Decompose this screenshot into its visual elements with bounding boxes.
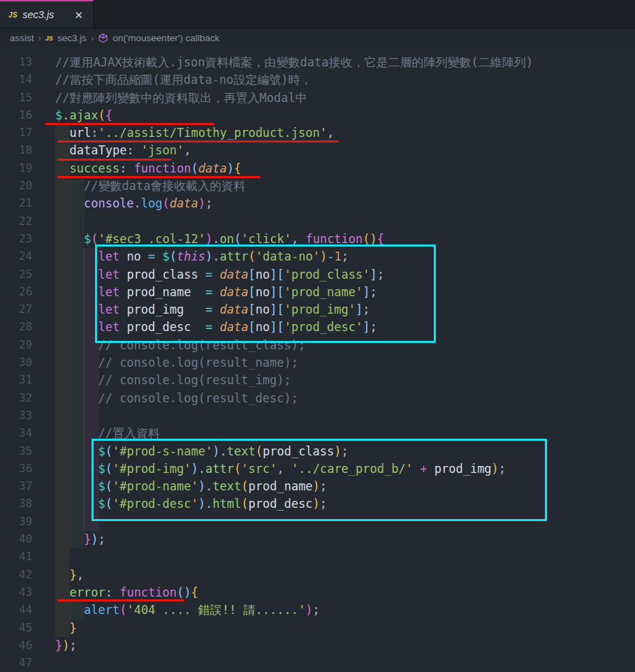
code-line[interactable]: 21 console.log(data);	[0, 195, 635, 212]
code-line[interactable]: 15//對應陣列變數中的資料取出，再置入Modal中	[0, 89, 635, 107]
line-number: 23	[0, 231, 32, 248]
code-line[interactable]: 44 alert('404 .... 錯誤!! 請......');	[0, 601, 635, 619]
chevron-right-icon: ›	[38, 33, 41, 43]
line-number: 30	[0, 354, 32, 372]
code-line[interactable]: 33	[0, 407, 635, 425]
code-line[interactable]: 41	[0, 548, 635, 566]
breadcrumb-folder-assist[interactable]: assist	[10, 33, 34, 43]
code-line[interactable]: 46});	[0, 637, 635, 655]
code-line[interactable]: 31 // console.log(result_img);	[0, 372, 635, 389]
chevron-right-icon: ›	[91, 33, 94, 43]
indent-guide-band	[55, 213, 70, 231]
code-line[interactable]: 16$.ajax({	[0, 107, 635, 124]
code-line[interactable]: 22	[0, 213, 635, 231]
annotation-cyan-box	[92, 439, 547, 521]
js-file-icon: JS	[45, 35, 53, 42]
line-number: 43	[0, 584, 32, 601]
line-number: 47	[0, 655, 32, 672]
code-line[interactable]: 13//運用AJAX技術載入.json資料檔案，由變數data接收，它是二層的陣…	[0, 54, 635, 71]
code-text: });	[55, 531, 105, 548]
indent-guide-band	[84, 407, 99, 425]
line-number: 16	[0, 107, 32, 124]
line-number: 19	[0, 160, 32, 177]
line-number: 46	[0, 637, 32, 655]
tab-label: sec3.js	[22, 9, 66, 20]
code-text: url:'../assist/Timothy_product.json',	[55, 124, 334, 142]
line-number: 22	[0, 213, 32, 231]
code-line[interactable]: 40 });	[0, 531, 635, 548]
line-number: 15	[0, 89, 32, 107]
tab-sec3js[interactable]: JS sec3.js ✕	[0, 0, 94, 28]
close-icon[interactable]: ✕	[71, 8, 86, 22]
indent-guide-band	[55, 513, 70, 531]
code-text: //變數data會接收載入的資料	[55, 177, 245, 195]
line-number: 25	[0, 266, 32, 284]
symbol-cube-icon	[98, 33, 108, 43]
annotation-red-underline	[57, 176, 261, 178]
code-text: // console.log(result_desc);	[55, 390, 298, 407]
code-line[interactable]: 19 success: function(data){	[0, 160, 635, 177]
indent-guide-band	[70, 407, 85, 425]
code-text: alert('404 .... 錯誤!! 請......');	[55, 601, 320, 619]
breadcrumb-symbol-callback[interactable]: on('mouseenter') callback	[112, 33, 219, 43]
line-number: 38	[0, 495, 32, 513]
annotation-cyan-box	[95, 244, 436, 343]
code-text: });	[55, 637, 77, 655]
code-text: }	[55, 620, 77, 637]
line-number: 27	[0, 301, 32, 319]
line-number: 37	[0, 478, 32, 495]
line-number: 21	[0, 195, 32, 212]
line-number: 24	[0, 248, 32, 265]
code-line[interactable]: 45 }	[0, 620, 635, 637]
line-number: 41	[0, 548, 32, 566]
line-number: 29	[0, 337, 32, 354]
code-text: dataType: 'json',	[55, 142, 191, 159]
code-text: //運用AJAX技術載入.json資料檔案，由變數data接收，它是二層的陣列變…	[55, 54, 533, 71]
line-number: 32	[0, 390, 32, 407]
line-number: 42	[0, 567, 32, 584]
line-number: 35	[0, 443, 32, 460]
vscode-editor-window: { "palette": { "editor_bg": "#242830", "…	[0, 0, 635, 672]
code-text: // console.log(result_img);	[55, 372, 291, 389]
indent-guide-band	[55, 548, 70, 566]
line-number: 31	[0, 372, 32, 389]
annotation-red-underline	[57, 599, 184, 601]
line-number: 28	[0, 319, 32, 336]
code-line[interactable]: 30 // console.log(result_name);	[0, 354, 635, 372]
code-line[interactable]: 18 dataType: 'json',	[0, 142, 635, 159]
line-number: 26	[0, 284, 32, 301]
js-file-icon: JS	[8, 11, 17, 19]
line-number: 20	[0, 177, 32, 195]
line-number: 39	[0, 513, 32, 531]
line-number: 18	[0, 142, 32, 159]
line-number: 17	[0, 124, 32, 142]
line-number: 14	[0, 71, 32, 89]
line-number: 44	[0, 601, 32, 619]
indent-guide-band	[55, 407, 70, 425]
code-line[interactable]: 20 //變數data會接收載入的資料	[0, 177, 635, 195]
breadcrumb-file-sec3js[interactable]: sec3.js	[57, 33, 87, 43]
code-text: },	[55, 567, 84, 584]
code-text: console.log(data);	[55, 195, 212, 212]
line-number: 36	[0, 460, 32, 478]
line-number: 33	[0, 407, 32, 425]
line-number: 40	[0, 531, 32, 548]
annotation-red-underline	[57, 159, 171, 161]
indent-guide-band	[70, 213, 85, 231]
code-text: success: function(data){	[55, 160, 241, 177]
code-line[interactable]: 17 url:'../assist/Timothy_product.json',	[0, 124, 635, 142]
code-text: $.ajax({	[55, 107, 112, 124]
code-text: //當按下商品縮圖(運用data-no設定編號)時，	[55, 71, 312, 89]
line-number: 45	[0, 620, 32, 637]
code-line[interactable]: 42 },	[0, 567, 635, 584]
line-number: 13	[0, 54, 32, 71]
code-line[interactable]: 32 // console.log(result_desc);	[0, 390, 635, 407]
tab-bar: JS sec3.js ✕	[0, 0, 635, 29]
breadcrumb: assist › JS sec3.js › on('mouseenter') c…	[0, 29, 635, 48]
annotation-red-underline	[45, 123, 214, 125]
code-text: // console.log(result_name);	[55, 354, 298, 372]
code-text: //對應陣列變數中的資料取出，再置入Modal中	[55, 89, 307, 107]
code-line[interactable]: 47	[0, 655, 635, 672]
indent-guide-band	[70, 513, 85, 531]
code-line[interactable]: 14//當按下商品縮圖(運用data-no設定編號)時，	[0, 71, 635, 89]
